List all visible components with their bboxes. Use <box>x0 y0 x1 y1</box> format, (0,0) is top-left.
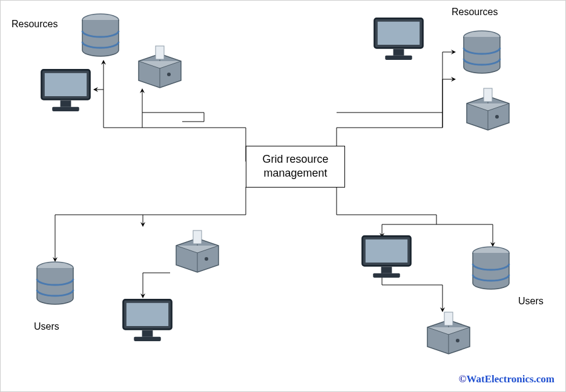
svg-rect-22 <box>366 240 407 263</box>
label-users-bl: Users <box>34 321 59 332</box>
watermark: ©WatElectronics.com <box>459 373 554 385</box>
svg-rect-5 <box>156 46 164 59</box>
svg-rect-2 <box>61 100 71 107</box>
grid-management-box: Grid resource management <box>246 146 345 188</box>
monitor-icon <box>370 16 427 64</box>
svg-rect-26 <box>444 312 453 325</box>
svg-point-27 <box>456 339 459 342</box>
svg-rect-23 <box>381 267 392 273</box>
svg-rect-3 <box>52 107 79 111</box>
svg-rect-9 <box>393 49 404 56</box>
label-resources-tr: Resources <box>452 7 498 18</box>
printer-icon <box>421 309 476 358</box>
site-name: WatElectronics.com <box>466 373 554 385</box>
printer-icon <box>461 85 515 134</box>
svg-rect-19 <box>142 330 153 337</box>
center-line2: management <box>256 166 335 180</box>
monitor-icon <box>358 234 415 282</box>
svg-point-16 <box>205 257 208 261</box>
svg-rect-1 <box>45 73 87 96</box>
svg-rect-10 <box>385 56 412 60</box>
monitor-icon <box>119 297 176 345</box>
printer-icon <box>133 43 187 91</box>
svg-rect-8 <box>378 22 420 45</box>
diagram-canvas: Grid resource management Resources Resou… <box>0 0 566 392</box>
database-icon <box>34 261 76 309</box>
svg-rect-12 <box>484 88 492 102</box>
svg-point-6 <box>167 73 171 76</box>
database-icon <box>79 13 122 61</box>
copyright-symbol: © <box>459 373 467 385</box>
label-users-br: Users <box>518 296 544 307</box>
database-icon <box>470 246 512 294</box>
svg-rect-18 <box>127 303 168 326</box>
label-resources-tl: Resources <box>12 19 58 30</box>
svg-rect-15 <box>193 230 202 244</box>
printer-icon <box>170 227 225 276</box>
svg-rect-20 <box>134 337 160 341</box>
svg-rect-24 <box>373 273 400 278</box>
center-line1: Grid resource <box>256 152 335 166</box>
database-icon <box>461 30 503 78</box>
monitor-icon <box>37 67 94 116</box>
svg-point-13 <box>495 115 499 119</box>
